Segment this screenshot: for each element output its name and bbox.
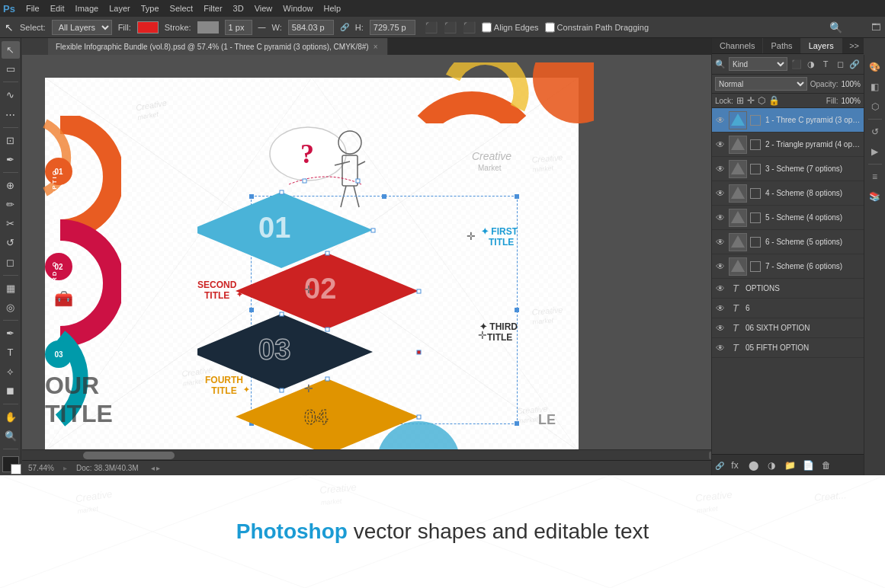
page-arrows[interactable]: ◂ ▸ [151, 464, 161, 472]
layers-tab[interactable]: Layers [801, 38, 842, 53]
menu-file[interactable]: File [21, 2, 44, 14]
lasso-tool[interactable]: ∿ [2, 86, 20, 104]
layer-7-visibility[interactable]: 👁 [715, 261, 726, 272]
menu-type[interactable]: Type [136, 2, 164, 14]
filter-smart-icon[interactable]: 🔗 [848, 58, 861, 70]
text-layer-options[interactable]: 👁 T OPTIONS [712, 279, 864, 299]
styles-icon[interactable]: ⬡ [867, 99, 883, 114]
properties-icon[interactable]: ≡ [867, 169, 883, 184]
adjustments-icon[interactable]: ◧ [867, 79, 883, 94]
menu-layer[interactable]: Layer [104, 2, 135, 14]
filter-shape-icon[interactable]: ◻ [834, 58, 846, 70]
text-layer-6-vis[interactable]: 👁 [715, 303, 726, 314]
magic-wand-tool[interactable]: ⋯ [2, 105, 20, 123]
filter-pixel-icon[interactable]: ⬛ [790, 58, 803, 70]
clone-tool[interactable]: ✂ [2, 215, 20, 232]
move-tool[interactable]: ↖ [2, 41, 20, 59]
menu-image[interactable]: Image [71, 2, 104, 14]
channels-tab[interactable]: Channels [712, 38, 763, 53]
menu-select[interactable]: Select [165, 2, 198, 14]
search-kind-select[interactable]: Kind [729, 57, 787, 71]
new-layer-button[interactable]: 📄 [800, 458, 816, 473]
layer-item-3[interactable]: 👁 3 - Scheme (7 options) [712, 157, 864, 181]
layer-4-visibility[interactable]: 👁 [715, 188, 726, 199]
height-input[interactable] [370, 20, 415, 35]
lock-position-icon[interactable]: ✛ [747, 95, 755, 106]
text-layer-6[interactable]: 👁 T 6 [712, 299, 864, 318]
paths-tab[interactable]: Paths [763, 38, 800, 53]
search-icon[interactable]: 🔍 [829, 21, 842, 34]
text-layer-options-vis[interactable]: 👁 [715, 283, 726, 294]
filter-type-icon[interactable]: T [819, 58, 832, 70]
brush-tool[interactable]: ✏ [2, 196, 20, 213]
libraries-icon[interactable]: 📚 [867, 189, 883, 204]
foreground-color-swatch[interactable] [2, 456, 19, 472]
select-dropdown[interactable]: All Layers [52, 20, 112, 35]
fill-color-swatch[interactable] [137, 21, 159, 34]
align-left-icon[interactable]: ⬛ [425, 21, 438, 34]
menu-edit[interactable]: Edit [46, 2, 69, 14]
layer-item-2[interactable]: 👁 2 - Triangle pyramid (4 opt... [712, 133, 864, 157]
layer-5-visibility[interactable]: 👁 [715, 213, 726, 223]
layer-1-visibility[interactable]: 👁 [715, 115, 726, 126]
gradient-tool[interactable]: ▦ [2, 280, 20, 297]
background-color-swatch[interactable] [11, 464, 21, 475]
horizontal-scrollbar-thumb[interactable] [83, 452, 175, 459]
document-tab[interactable]: Flexible Infographic Bundle (vol.8).psd … [48, 38, 388, 55]
text-layer-sixth[interactable]: 👁 T 06 SIXTH OPTION [712, 318, 864, 338]
tab-close-button[interactable]: × [374, 43, 378, 51]
color-icon[interactable]: 🎨 [867, 59, 883, 75]
text-layer-sixth-vis[interactable]: 👁 [715, 323, 726, 334]
actions-icon[interactable]: ▶ [867, 144, 883, 159]
panel-more-button[interactable]: >> [845, 38, 864, 53]
text-layer-fifth-vis[interactable]: 👁 [715, 343, 726, 353]
add-mask-button[interactable]: ⬤ [746, 458, 761, 473]
menu-help[interactable]: Help [319, 2, 345, 14]
filter-adjust-icon[interactable]: ◑ [805, 58, 817, 70]
stroke-color-swatch[interactable] [197, 21, 219, 34]
menu-filter[interactable]: Filter [199, 2, 226, 14]
layer-item-7[interactable]: 👁 7 - Scheme (6 options) [712, 254, 864, 279]
align-center-icon[interactable]: ⬛ [444, 21, 457, 34]
layer-3-visibility[interactable]: 👁 [715, 164, 726, 174]
text-tool[interactable]: T [2, 344, 20, 361]
new-group-button[interactable]: 📁 [782, 458, 797, 473]
layer-item-4[interactable]: 👁 4 - Scheme (8 options) [712, 181, 864, 206]
zoom-tool[interactable]: 🔍 [2, 427, 20, 445]
align-right-icon[interactable]: ⬛ [463, 21, 476, 34]
pen-tool[interactable]: ✒ [2, 324, 20, 342]
window-minimize-icon[interactable]: 🗔 [871, 22, 880, 33]
hand-tool[interactable]: ✋ [2, 407, 20, 425]
eraser-tool[interactable]: ◻ [2, 253, 20, 270]
text-layer-fifth[interactable]: 👁 T 05 FIFTH OPTION [712, 338, 864, 358]
layer-item-6[interactable]: 👁 6 - Scheme (5 options) [712, 230, 864, 254]
lock-pixels-icon[interactable]: ⊞ [736, 95, 744, 106]
lock-all-icon[interactable]: 🔒 [768, 95, 780, 106]
history-tool[interactable]: ↺ [2, 234, 20, 251]
blur-tool[interactable]: ◎ [2, 299, 20, 316]
layer-item-1[interactable]: 👁 1 - Three C pyramid (3 opt... [712, 108, 864, 133]
path-select-tool[interactable]: ⟡ [2, 363, 20, 380]
menu-window[interactable]: Window [278, 2, 317, 14]
add-adjustment-button[interactable]: ◑ [764, 458, 779, 473]
add-fx-button[interactable]: fx [727, 458, 742, 473]
align-edges-checkbox[interactable] [482, 20, 492, 35]
history-icon[interactable]: ↺ [867, 124, 883, 139]
menu-view[interactable]: View [250, 2, 277, 14]
delete-layer-button[interactable]: 🗑 [819, 458, 834, 473]
eyedropper-tool[interactable]: ✒ [2, 151, 20, 168]
marquee-tool[interactable]: ▭ [2, 60, 20, 78]
layer-item-5[interactable]: 👁 5 - Scheme (4 options) [712, 206, 864, 230]
lock-artboard-icon[interactable]: ⬡ [758, 95, 765, 106]
menu-3d[interactable]: 3D [229, 2, 249, 14]
layer-6-visibility[interactable]: 👁 [715, 237, 726, 248]
shape-tool[interactable]: ◼ [2, 382, 20, 399]
constrain-path-checkbox[interactable] [545, 20, 555, 35]
healing-tool[interactable]: ⊕ [2, 177, 20, 194]
blend-mode-select[interactable]: Normal [715, 77, 807, 91]
crop-tool[interactable]: ⊡ [2, 132, 20, 149]
panel-link-icon[interactable]: 🔗 [715, 462, 724, 470]
stroke-size-input[interactable] [225, 20, 252, 35]
width-input[interactable] [288, 20, 334, 35]
layer-2-visibility[interactable]: 👁 [715, 139, 726, 150]
